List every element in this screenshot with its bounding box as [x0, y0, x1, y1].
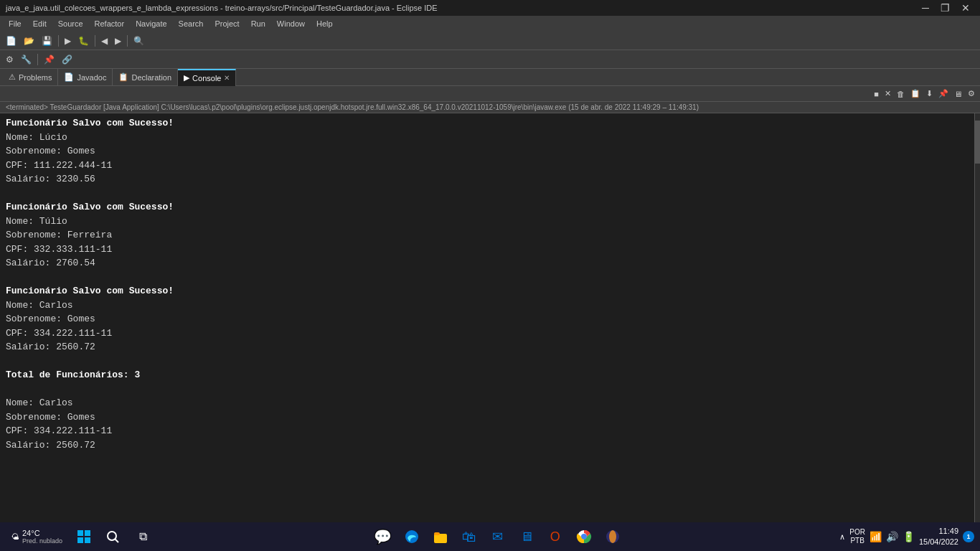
tab-console[interactable]: ▶ Console ✕	[178, 69, 236, 86]
notification-badge[interactable]: 1	[963, 531, 974, 542]
panel-btn-terminate[interactable]: ■	[872, 89, 881, 99]
panel-btn-scroll[interactable]: ⬇	[924, 88, 935, 99]
svg-rect-0	[77, 530, 83, 536]
menu-project[interactable]: Project	[209, 18, 245, 29]
edge-icon	[404, 529, 420, 545]
toolbar2-btn3[interactable]: 📌	[41, 53, 57, 66]
svg-rect-3	[85, 537, 90, 543]
console-line: Nome: Lúcio	[6, 131, 969, 145]
sep3	[127, 35, 128, 47]
taskbar-explorer-icon[interactable]	[428, 524, 453, 550]
taskbar-chrome-icon[interactable]	[571, 524, 597, 550]
vertical-scrollbar[interactable]	[974, 113, 980, 522]
panel-btn-settings[interactable]: ⚙	[966, 88, 977, 99]
chrome-icon	[576, 529, 592, 545]
windows-logo-icon	[77, 529, 91, 544]
panel-area: ⚠ Problems 📄 Javadoc 📋 Declaration ▶ Con…	[0, 69, 980, 522]
save-button[interactable]: 💾	[39, 34, 55, 47]
console-line: Total de Funcionários: 3	[6, 368, 969, 382]
menu-edit[interactable]: Edit	[27, 18, 52, 29]
svg-rect-2	[77, 537, 83, 543]
taskbar-mail-icon[interactable]: ✉	[485, 524, 511, 550]
debug-button[interactable]: 🐛	[75, 34, 92, 47]
console-line: Funcionário Salvo com Sucesso!	[6, 284, 969, 298]
menu-search[interactable]: Search	[173, 18, 209, 29]
tab-problems[interactable]: ⚠ Problems	[3, 69, 58, 86]
tab-javadoc[interactable]: 📄 Javadoc	[58, 69, 113, 86]
tab-javadoc-label: Javadoc	[77, 73, 106, 82]
tab-declaration[interactable]: 📋 Declaration	[113, 69, 178, 86]
console-header-bar: <terminated> TesteGuardador [Java Applic…	[0, 102, 980, 113]
console-blank-line	[6, 270, 969, 285]
search-toolbar-button[interactable]: 🔍	[131, 34, 147, 47]
taskbar-edge-icon[interactable]	[399, 524, 425, 550]
taskbar-apps: 💬 🛍 ✉ 🖥 O	[160, 524, 835, 550]
toolbar2-btn4[interactable]: 🔗	[59, 53, 75, 66]
weather-desc: Pred. nublado	[22, 537, 62, 545]
console-blank-line	[6, 354, 969, 369]
panel-scroll-area: Funcionário Salvo com Sucesso!Nome: Lúci…	[0, 113, 980, 522]
declaration-icon: 📋	[118, 72, 128, 82]
toolbar2-btn2[interactable]: 🔧	[18, 53, 34, 66]
tab-console-label: Console	[192, 74, 221, 83]
window-title: java_e_java.util_colecoes_wrappers_e_lam…	[6, 4, 438, 12]
tray-sound-icon[interactable]: 🔊	[886, 531, 898, 542]
console-header-text: <terminated> TesteGuardador [Java Applic…	[6, 103, 699, 111]
panel-btn-open-console[interactable]: 🖥	[952, 89, 964, 99]
console-close-button[interactable]: ✕	[224, 74, 230, 82]
close-button[interactable]: ✕	[957, 3, 974, 13]
tray-expand[interactable]: ∧	[839, 532, 845, 542]
console-line: Nome: Túlio	[6, 215, 969, 229]
taskbar-clock[interactable]: 11:49 15/04/2022	[919, 526, 958, 548]
weather-temp: 24°C	[22, 529, 62, 537]
svg-rect-8	[434, 532, 440, 535]
console-line: CPF: 334.222.111-11	[6, 326, 969, 341]
svg-point-12	[609, 530, 616, 543]
problems-icon: ⚠	[9, 72, 16, 82]
taskbar-eclipse-icon[interactable]	[600, 524, 626, 550]
console-blank-line	[6, 382, 969, 397]
taskbar-mypc-icon[interactable]: 🖥	[514, 524, 540, 550]
minimize-button[interactable]: ─	[918, 3, 933, 13]
console-line: Salário: 2560.72	[6, 438, 969, 453]
panel-btn-clear[interactable]: 🗑	[895, 89, 907, 99]
console-line: CPF: 332.333.111-11	[6, 242, 969, 257]
javadoc-icon: 📄	[64, 72, 74, 82]
run-button[interactable]: ▶	[62, 34, 74, 47]
menu-window[interactable]: Window	[271, 18, 311, 29]
taskbar-store-icon[interactable]: 🛍	[456, 524, 482, 550]
tray-battery-icon[interactable]: 🔋	[903, 531, 915, 542]
taskbar-weather: 🌤 24°C Pred. nublado	[6, 529, 68, 545]
toolbar2-btn1[interactable]: ⚙	[3, 53, 17, 66]
console-line: Funcionário Salvo com Sucesso!	[6, 200, 969, 215]
next-button[interactable]: ▶	[112, 34, 124, 47]
menu-run[interactable]: Run	[245, 18, 271, 29]
menu-file[interactable]: File	[3, 18, 27, 29]
menu-source[interactable]: Source	[52, 18, 89, 29]
menu-refactor[interactable]: Refactor	[89, 18, 131, 29]
svg-line-5	[115, 539, 118, 542]
menu-help[interactable]: Help	[311, 18, 339, 29]
tray-wifi-icon[interactable]: 📶	[870, 531, 882, 542]
new-button[interactable]: 📄	[3, 34, 19, 47]
scrollbar-thumb[interactable]	[975, 121, 980, 164]
panel-btn-copy[interactable]: 📋	[908, 88, 923, 99]
search-icon	[105, 529, 120, 544]
open-button[interactable]: 📂	[21, 34, 37, 47]
panel-btn-pin[interactable]: 📌	[936, 88, 951, 99]
panel-btn-remove[interactable]: ✕	[882, 88, 893, 99]
weather-icon: 🌤	[11, 532, 19, 541]
search-button[interactable]	[100, 524, 126, 550]
taskbar-tray: ∧ PORPTB 📶 🔊 🔋 11:49 15/04/2022 1	[839, 526, 974, 548]
prev-button[interactable]: ◀	[98, 34, 110, 47]
menu-navigate[interactable]: Navigate	[130, 18, 172, 29]
start-button[interactable]	[72, 525, 95, 548]
eclipse-icon	[605, 529, 621, 545]
console-line: CPF: 111.222.444-11	[6, 159, 969, 173]
taskbar-teams-icon[interactable]: 💬	[370, 524, 396, 550]
task-view-button[interactable]: ⧉	[130, 524, 156, 550]
taskbar-office-icon[interactable]: O	[542, 524, 568, 550]
clock-date: 15/04/2022	[919, 537, 958, 547]
maximize-button[interactable]: ❐	[936, 3, 954, 13]
console-output[interactable]: Funcionário Salvo com Sucesso!Nome: Lúci…	[0, 113, 974, 522]
